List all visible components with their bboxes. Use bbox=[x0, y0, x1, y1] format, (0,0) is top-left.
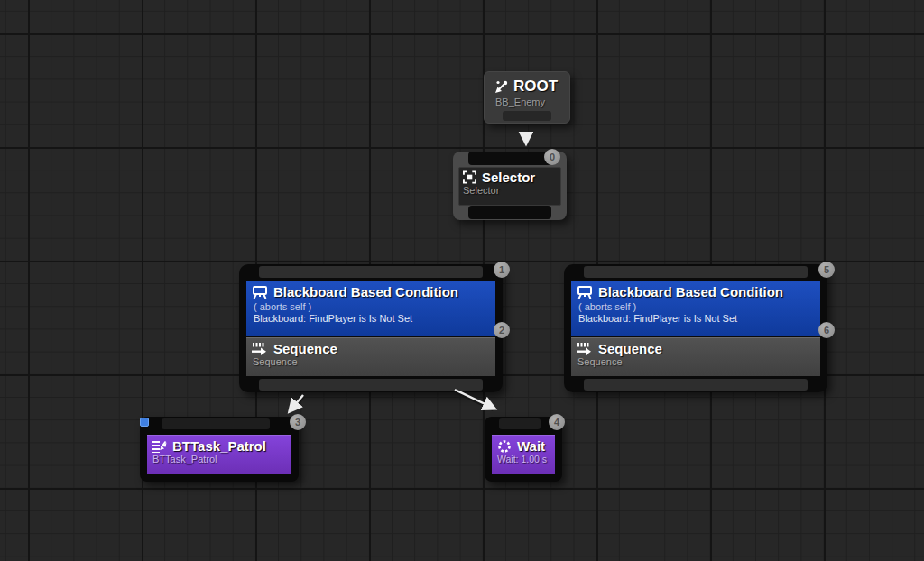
selector-index-badge: 0 bbox=[544, 149, 560, 165]
right-branch-in-connector[interactable] bbox=[584, 266, 808, 278]
left-decorator-title: Blackboard Based Condition bbox=[273, 284, 458, 299]
right-decorator-title: Blackboard Based Condition bbox=[598, 284, 783, 299]
patrol-title: BTTask_Patrol bbox=[172, 438, 266, 454]
graph-canvas[interactable]: ROOT BB_Enemy Selector Selector 0 bbox=[0, 0, 924, 561]
blackboard-easel-icon bbox=[577, 285, 593, 299]
bttask-patrol-node[interactable]: BTTask_Patrol BTTask_Patrol 3 bbox=[140, 417, 299, 482]
wire-sequence-to-patrol bbox=[290, 395, 303, 411]
selector-label: Selector bbox=[482, 170, 535, 185]
dashed-circle-icon bbox=[497, 439, 512, 454]
selector-subtitle: Selector bbox=[463, 185, 557, 196]
branch-arrow-icon bbox=[494, 80, 508, 94]
root-node-title-row: ROOT bbox=[494, 78, 560, 96]
right-decorator-abort-mode: ( aborts self ) bbox=[578, 301, 815, 312]
blackboard-easel-icon bbox=[252, 285, 268, 299]
wait-title: Wait bbox=[517, 438, 545, 454]
left-sequence-title: Sequence bbox=[273, 341, 337, 356]
right-branch-node[interactable]: Blackboard Based Condition ( aborts self… bbox=[564, 264, 827, 392]
root-node[interactable]: ROOT BB_Enemy bbox=[484, 71, 570, 124]
left-sequence-composite[interactable]: Sequence Sequence bbox=[246, 337, 495, 376]
selector-in-connector[interactable] bbox=[468, 152, 551, 165]
right-decorator-blackboard-condition[interactable]: Blackboard Based Condition ( aborts self… bbox=[571, 280, 820, 336]
right-sequence-index-badge: 6 bbox=[818, 322, 835, 338]
task-list-arrow-icon bbox=[152, 440, 167, 453]
right-decorator-detail: Blackboard: FindPlayer is Is Not Set bbox=[578, 313, 815, 324]
blueprint-indicator-icon bbox=[140, 418, 149, 427]
selection-brackets-icon bbox=[463, 170, 476, 184]
patrol-subtitle: BTTask_Patrol bbox=[152, 454, 286, 464]
left-branch-out-connector[interactable] bbox=[259, 379, 483, 391]
left-decorator-detail: Blackboard: FindPlayer is Is Not Set bbox=[254, 313, 490, 324]
wait-node[interactable]: Wait Wait: 1.00 s 4 bbox=[485, 417, 562, 482]
left-decorator-index-badge: 1 bbox=[494, 262, 510, 278]
sequence-arrows-icon bbox=[577, 343, 593, 355]
wait-in-connector[interactable] bbox=[499, 418, 541, 429]
patrol-body: BTTask_Patrol BTTask_Patrol bbox=[147, 435, 291, 474]
root-node-label: ROOT bbox=[513, 78, 558, 96]
root-out-connector[interactable] bbox=[503, 111, 551, 121]
sequence-arrows-icon bbox=[252, 343, 268, 355]
wait-index-badge: 4 bbox=[549, 414, 565, 430]
selector-out-connector[interactable] bbox=[468, 206, 551, 219]
left-branch-node[interactable]: Blackboard Based Condition ( aborts self… bbox=[239, 264, 503, 392]
selector-body: Selector Selector bbox=[458, 167, 561, 206]
wire-sequence-to-wait bbox=[455, 390, 494, 409]
left-sequence-subtitle: Sequence bbox=[253, 356, 490, 367]
patrol-index-badge: 3 bbox=[290, 414, 306, 430]
wait-subtitle: Wait: 1.00 s bbox=[497, 454, 550, 464]
root-node-subtitle: BB_Enemy bbox=[495, 97, 560, 107]
selector-node[interactable]: Selector Selector 0 bbox=[453, 152, 567, 220]
right-sequence-subtitle: Sequence bbox=[578, 356, 815, 367]
right-decorator-index-badge: 5 bbox=[818, 262, 835, 278]
left-decorator-blackboard-condition[interactable]: Blackboard Based Condition ( aborts self… bbox=[246, 280, 495, 336]
right-branch-out-connector[interactable] bbox=[584, 379, 808, 391]
wait-body: Wait Wait: 1.00 s bbox=[492, 435, 555, 474]
right-sequence-composite[interactable]: Sequence Sequence bbox=[571, 337, 820, 376]
selector-title-row: Selector bbox=[463, 170, 557, 185]
left-sequence-index-badge: 2 bbox=[494, 322, 510, 338]
left-branch-in-connector[interactable] bbox=[259, 266, 483, 278]
patrol-in-connector[interactable] bbox=[162, 418, 270, 429]
right-sequence-title: Sequence bbox=[598, 341, 662, 356]
left-decorator-abort-mode: ( aborts self ) bbox=[254, 301, 490, 312]
